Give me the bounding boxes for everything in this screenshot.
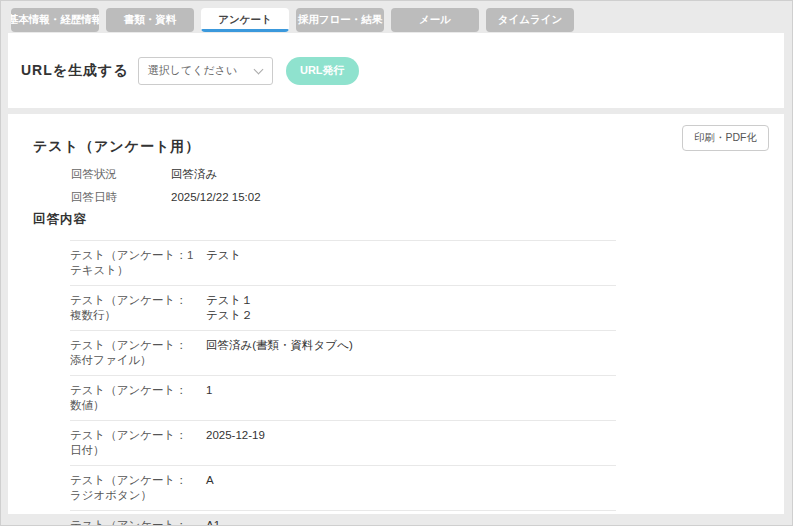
tab-bar: 基本情報・経歴情報 書類・資料 アンケート 採用フロー・結果 メール タイムライ… [11, 8, 574, 32]
answer-label: テスト（アンケート：1テキスト） [70, 248, 206, 278]
answer-row-attachment: テスト（アンケート：添付ファイル） 回答済み(書類・資料タブへ) [70, 330, 616, 375]
answer-label: テスト（アンケート：日付） [70, 428, 206, 458]
answer-label: テスト（アンケート：プルダウン） [70, 518, 206, 526]
answer-value: A1 [206, 518, 616, 526]
tab-documents[interactable]: 書類・資料 [106, 8, 194, 32]
tab-timeline[interactable]: タイムライン [486, 8, 574, 32]
tab-basic-info[interactable]: 基本情報・経歴情報 [11, 8, 99, 32]
answer-value: 1 [206, 383, 616, 413]
survey-panel: テスト（アンケート用） 印刷・PDF化 回答状況 回答済み 回答日時 2025/… [8, 114, 784, 514]
answer-row-multiline: テスト（アンケート：複数行） テスト１ テスト２ [70, 285, 616, 330]
answer-label: テスト（アンケート：数値） [70, 383, 206, 413]
answer-row-number: テスト（アンケート：数値） 1 [70, 375, 616, 420]
tab-mail[interactable]: メール [391, 8, 479, 32]
answer-value: テスト [206, 248, 616, 278]
tab-survey[interactable]: アンケート [201, 8, 289, 32]
chevron-down-icon [253, 64, 263, 74]
answer-label: テスト（アンケート：ラジオボタン） [70, 473, 206, 503]
answer-row-date: テスト（アンケート：日付） 2025-12-19 [70, 420, 616, 465]
answer-datetime-value: 2025/12/22 15:02 [171, 186, 261, 209]
answer-row-text: テスト（アンケート：1テキスト） テスト [70, 240, 616, 285]
answer-status-value: 回答済み [171, 163, 217, 186]
meta-row-datetime: 回答日時 2025/12/22 15:02 [71, 186, 261, 209]
answer-label: テスト（アンケート：添付ファイル） [70, 338, 206, 368]
tab-hiring-flow[interactable]: 採用フロー・結果 [296, 8, 384, 32]
meta-row-status: 回答状況 回答済み [71, 163, 261, 186]
url-type-select[interactable]: 選択してください [138, 57, 273, 85]
answers-heading: 回答内容 [33, 211, 87, 228]
url-type-select-value: 選択してください [148, 63, 238, 78]
answer-value: 2025-12-19 [206, 428, 616, 458]
answer-value: 回答済み(書類・資料タブへ) [206, 338, 616, 368]
survey-meta: 回答状況 回答済み 回答日時 2025/12/22 15:02 [71, 163, 261, 209]
url-generation-panel: URLを生成する 選択してください URL発行 [8, 33, 784, 108]
answer-row-pulldown: テスト（アンケート：プルダウン） A1 [70, 510, 616, 526]
answer-value: A [206, 473, 616, 503]
url-generate-label: URLを生成する [21, 62, 129, 80]
survey-title: テスト（アンケート用） [33, 138, 200, 156]
answer-row-radio: テスト（アンケート：ラジオボタン） A [70, 465, 616, 510]
answer-value: テスト１ テスト２ [206, 293, 616, 323]
answer-status-label: 回答状況 [71, 163, 171, 186]
url-issue-button[interactable]: URL発行 [286, 57, 359, 85]
answer-datetime-label: 回答日時 [71, 186, 171, 209]
answer-label: テスト（アンケート：複数行） [70, 293, 206, 323]
answers-table: テスト（アンケート：1テキスト） テスト テスト（アンケート：複数行） テスト１… [70, 240, 616, 526]
print-pdf-button[interactable]: 印刷・PDF化 [682, 125, 769, 151]
